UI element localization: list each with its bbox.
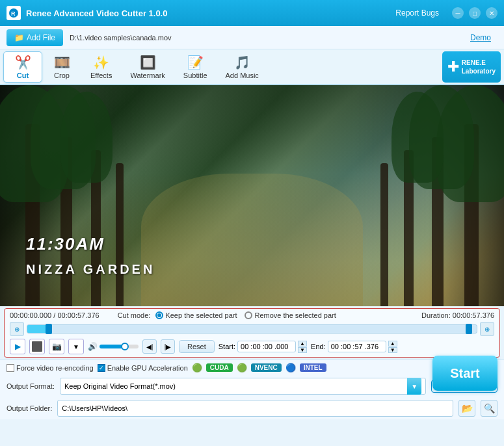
prev-frame-button[interactable]: ◀| <box>142 339 157 354</box>
cut-mode-label: Cut mode: <box>118 311 151 319</box>
time-row: 00:00:00.000 / 00:00:57.376 Cut mode: Ke… <box>10 311 494 319</box>
nvenc-icon: 🟢 <box>237 363 247 373</box>
start-time-spinners: ▲ ▼ <box>298 341 307 353</box>
playback-row: ▶ 📷 ▼ 🔊 ◀| |▶ Reset Start: ▲ <box>10 339 494 354</box>
add-file-button[interactable]: 📁 Add File <box>7 29 63 46</box>
toolbar-add-music[interactable]: 🎵 Add Music <box>217 51 268 83</box>
nvenc-badge[interactable]: NVENC <box>251 363 282 372</box>
folder-path-text: C:\Users\HP\Videos\ <box>62 404 127 412</box>
report-bugs-link[interactable]: Report Bugs <box>395 8 439 18</box>
music-icon: 🎵 <box>234 55 250 70</box>
watermark-label: Watermark <box>130 72 165 79</box>
logo-cross-icon: ✚ <box>447 59 459 75</box>
output-format-row: Output Format: Keep Original Video Forma… <box>0 375 504 397</box>
end-time-up[interactable]: ▲ <box>388 341 397 347</box>
path-decoration <box>141 174 363 306</box>
timeline-handle-left[interactable] <box>46 324 52 334</box>
start-time-up[interactable]: ▲ <box>298 341 307 347</box>
output-folder-row: Output Folder: C:\Users\HP\Videos\ 📂 🔍 <box>0 397 504 419</box>
title-bar: R Renee Advanced Video Cutter 1.0.0 Repo… <box>0 0 504 26</box>
crop-icon: 🎞️ <box>54 55 70 70</box>
cut-label: Cut <box>17 72 29 79</box>
timeline-zoom-in[interactable]: ⊕ <box>480 322 494 336</box>
canopy-decoration <box>391 92 444 183</box>
output-format-label: Output Format: <box>7 382 55 390</box>
cut-mode-options: Keep the selected part Remove the select… <box>155 311 336 319</box>
stop-button[interactable] <box>29 339 45 354</box>
output-format-select[interactable]: Keep Original Video Format(*.mov) ▼ <box>60 378 426 395</box>
logo-area: ✚ RENE.E Laboratory <box>442 51 501 83</box>
prev-frame-icon: ◀| <box>146 343 153 350</box>
timeline-track[interactable] <box>27 324 477 334</box>
timeline-row: ⊕ ⊕ <box>10 322 494 336</box>
next-frame-button[interactable]: |▶ <box>161 339 175 354</box>
remove-radio-dot <box>245 311 252 319</box>
start-button[interactable]: Start <box>432 356 497 391</box>
end-time-down[interactable]: ▼ <box>388 347 397 353</box>
timeline-zoom-out[interactable]: ⊕ <box>10 322 24 336</box>
logo-text: RENE.E Laboratory <box>462 59 496 75</box>
force-reencoding-group[interactable]: Force video re-encoding <box>7 364 94 372</box>
volume-thumb[interactable] <box>121 343 129 350</box>
close-button[interactable]: ✕ <box>486 7 497 19</box>
output-folder-path: C:\Users\HP\Videos\ <box>57 400 453 417</box>
camera-icon: 📷 <box>52 342 62 351</box>
tree-decoration <box>380 163 388 306</box>
remove-selected-option[interactable]: Remove the selected part <box>245 311 336 319</box>
output-folder-label: Output Folder: <box>7 404 52 412</box>
keep-selected-option[interactable]: Keep the selected part <box>155 311 237 319</box>
keep-radio-dot <box>155 311 163 319</box>
force-reencoding-checkbox[interactable] <box>7 364 14 372</box>
reset-button[interactable]: Reset <box>179 340 215 353</box>
start-time-group: Start: ▲ ▼ <box>219 341 307 353</box>
stop-icon <box>32 341 42 352</box>
bottom-area: Force video re-encoding ✓ Enable GPU Acc… <box>0 360 504 419</box>
file-path: D:\1.video samples\canada.mov <box>70 34 470 42</box>
time-current: 00:00:00.000 / 00:00:57.376 <box>10 311 99 319</box>
intel-badge[interactable]: INTEL <box>300 363 326 372</box>
volume-slider[interactable] <box>99 345 139 348</box>
toolbar-effects[interactable]: ✨ Effects <box>81 51 121 83</box>
cut-icon: ✂️ <box>15 55 31 70</box>
demo-link[interactable]: Demo <box>470 33 491 42</box>
volume-icon: 🔊 <box>88 342 98 351</box>
enable-gpu-checkbox[interactable]: ✓ <box>98 364 105 372</box>
cuda-icon: 🟢 <box>192 363 202 373</box>
watermark-icon: 🔲 <box>140 55 156 70</box>
browse-folder-button[interactable]: 📂 <box>458 400 475 417</box>
file-bar: 📁 Add File D:\1.video samples\canada.mov… <box>0 26 504 49</box>
folder-icon: 📁 <box>14 33 24 42</box>
play-button[interactable]: ▶ <box>10 339 25 354</box>
timeline-handle-right[interactable] <box>466 324 472 334</box>
svg-text:R: R <box>11 10 16 17</box>
end-time-input[interactable] <box>328 341 386 352</box>
crop-label: Crop <box>54 72 70 79</box>
minimize-button[interactable]: ─ <box>452 7 464 19</box>
volume-area: 🔊 <box>88 342 139 351</box>
window-controls: ─ □ ✕ <box>452 7 497 19</box>
enable-gpu-group[interactable]: ✓ Enable GPU Acceleration <box>98 364 188 372</box>
start-time-input[interactable] <box>237 341 296 352</box>
video-location: NIZZA GARDEN <box>26 262 155 277</box>
snapshot-button[interactable]: 📷 <box>49 339 64 354</box>
app-icon: R <box>7 6 21 20</box>
toolbar-crop[interactable]: 🎞️ Crop <box>42 51 81 83</box>
intel-icon: 🔵 <box>285 363 296 373</box>
toolbar-watermark[interactable]: 🔲 Watermark <box>121 51 174 83</box>
start-label: Start: <box>219 343 235 350</box>
format-dropdown-arrow[interactable]: ▼ <box>407 378 421 395</box>
end-label: End: <box>311 343 326 350</box>
toolbar-subtitle[interactable]: 📝 Subtitle <box>174 51 217 83</box>
effects-label: Effects <box>90 72 112 79</box>
duration-label: Duration: 00:00:57.376 <box>421 311 494 319</box>
controls-area: 00:00:00.000 / 00:00:57.376 Cut mode: Ke… <box>4 308 500 358</box>
snapshot-dropdown[interactable]: ▼ <box>68 339 84 354</box>
start-time-down[interactable]: ▼ <box>298 347 307 353</box>
subtitle-icon: 📝 <box>187 55 204 70</box>
restore-button[interactable]: □ <box>469 7 481 19</box>
force-reencoding-label: Force video re-encoding <box>16 364 94 372</box>
search-folder-button[interactable]: 🔍 <box>481 400 497 417</box>
toolbar-cut[interactable]: ✂️ Cut <box>3 51 42 83</box>
folder-open-icon: 📂 <box>462 403 473 413</box>
cuda-badge[interactable]: CUDA <box>206 363 233 372</box>
